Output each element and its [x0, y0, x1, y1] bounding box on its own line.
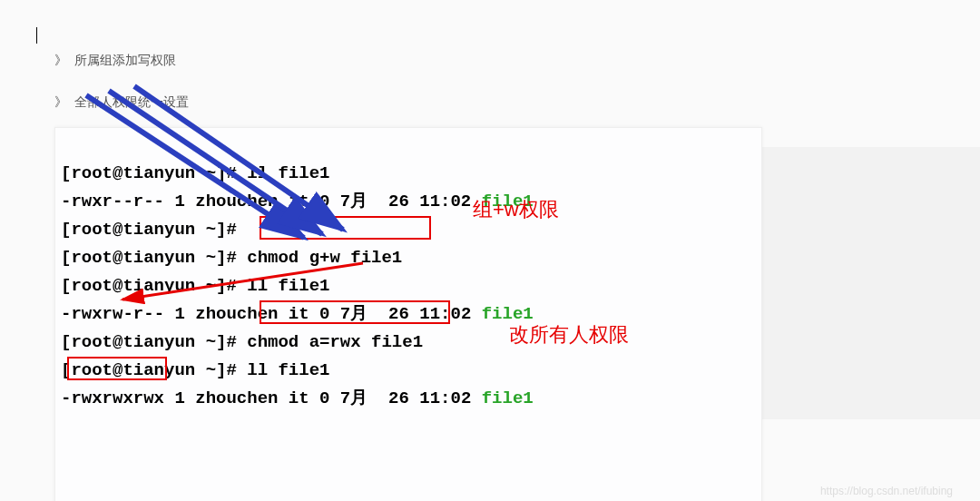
bullet-text: 所属组添加写权限 [74, 53, 176, 67]
highlight-box-chmod-gw [260, 216, 431, 240]
ls-rest: 1 zhouchen it 0 7月 26 11:02 [164, 388, 482, 408]
filename: file1 [482, 192, 534, 211]
page-watermark: https://blog.csdn.net/ifubing [820, 485, 953, 497]
prompt: [root@tianyun ~]# [61, 220, 237, 240]
prompt: [root@tianyun ~]# [61, 163, 247, 183]
filename: file1 [482, 304, 534, 324]
prompt: [root@tianyun ~]# [61, 248, 247, 268]
command: ll file1 [247, 276, 329, 296]
perm-string-all: rwxrwxrwx [71, 388, 164, 408]
annotation-all-perms: 改所有人权限 [509, 320, 629, 349]
filename: file1 [482, 388, 534, 408]
text-cursor [36, 27, 37, 44]
prompt: [root@tianyun ~]# [61, 360, 247, 380]
command-chmod-gw: chmod g+w file1 [247, 248, 402, 268]
command: ll file1 [247, 360, 329, 380]
prompt: [root@tianyun ~]# [61, 276, 247, 296]
ls-rest: r-- 1 zhouchen it 0 7月 26 11:02 [133, 304, 482, 324]
dash: - [61, 304, 71, 324]
ls-output: -rwxr--r-- 1 zhouchen it 0 7月 26 11:02 [61, 192, 482, 211]
bullet-all-perms: 全部人权限统一设置 [54, 94, 953, 111]
prompt: [root@tianyun ~]# [61, 332, 247, 352]
perm-string: rwxrw- [71, 304, 132, 324]
terminal-output: [root@tianyun ~]# ll file1 -rwxr--r-- 1 … [54, 127, 762, 501]
command: ll file1 [247, 163, 329, 183]
bullet-text: 全部人权限统一设置 [74, 94, 189, 109]
dash: - [61, 388, 71, 408]
bullet-group-write: 所属组添加写权限 [54, 53, 953, 69]
command-chmod-arwx: chmod a=rwx file1 [247, 332, 423, 352]
